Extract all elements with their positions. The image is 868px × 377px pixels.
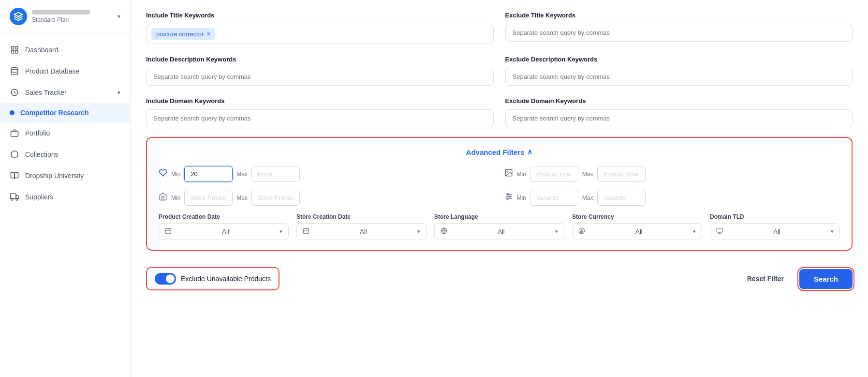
sidebar-item-portfolio[interactable]: Portfolio: [0, 122, 130, 144]
user-chevron: ▾: [118, 13, 120, 20]
calendar-icon-scd: [303, 227, 309, 236]
store-products-max-input[interactable]: [251, 190, 300, 206]
suppliers-icon: [10, 192, 19, 202]
include-title-group: Include Title Keywords posture corrector…: [146, 12, 494, 44]
sidebar-header[interactable]: Standard Plan ▾: [0, 0, 130, 33]
svg-point-11: [507, 171, 508, 172]
price-min-input[interactable]: [184, 166, 233, 182]
domain-icon: [716, 227, 723, 236]
exclude-domain-input[interactable]: [505, 109, 853, 127]
tag-close-icon[interactable]: ×: [206, 30, 210, 37]
product-creation-date-select[interactable]: All ▾: [159, 223, 289, 240]
product-images-icon: [504, 168, 513, 180]
product-creation-date-label: Product Creation Date: [159, 213, 289, 220]
svg-rect-6: [11, 131, 18, 136]
svg-rect-7: [11, 194, 16, 198]
svg-point-17: [506, 198, 508, 199]
sidebar-item-suppliers[interactable]: Suppliers: [0, 186, 130, 208]
domain-tld-value: All: [773, 228, 780, 235]
svg-point-9: [16, 198, 18, 200]
sidebar-item-competitor-research[interactable]: Competitor Research: [0, 103, 130, 122]
svg-rect-0: [11, 46, 14, 49]
svg-point-15: [507, 194, 509, 195]
store-currency-group: Store Currency All ▾: [572, 213, 702, 240]
include-domain-input[interactable]: [146, 109, 494, 127]
advanced-filters-chevron: ∧: [527, 148, 532, 156]
sidebar: Standard Plan ▾ Dashboard Product Datab: [0, 0, 131, 377]
reset-filter-button[interactable]: Reset Filter: [739, 270, 792, 287]
collections-icon: [10, 150, 19, 159]
variants-icon: [504, 192, 513, 203]
variants-min-input[interactable]: [530, 190, 578, 206]
product-images-range-group: Min Max: [504, 166, 840, 182]
exclude-title-input[interactable]: [505, 24, 853, 42]
store-language-select[interactable]: All ▾: [434, 223, 564, 240]
collections-label: Collections: [25, 151, 58, 158]
store-creation-date-value: All: [360, 228, 367, 235]
sidebar-item-collections[interactable]: Collections: [0, 144, 130, 165]
product-creation-date-group: Product Creation Date All ▾: [159, 213, 289, 240]
competitor-research-label: Competitor Research: [20, 109, 89, 117]
sl-chevron: ▾: [555, 228, 558, 235]
store-products-max-label: Max: [236, 195, 248, 201]
globe-icon: [441, 227, 447, 236]
store-products-range-group: Min Max: [159, 190, 495, 206]
include-title-input-wrapper[interactable]: posture corrector ×: [146, 24, 494, 44]
store-language-value: All: [498, 228, 504, 235]
include-domain-group: Include Domain Keywords: [146, 97, 494, 127]
user-info: Standard Plan: [32, 10, 90, 23]
svg-rect-3: [11, 51, 14, 53]
variants-min-label: Min: [517, 195, 526, 201]
exclude-toggle-box: Exclude Unavailable Products: [146, 267, 280, 290]
sidebar-item-product-database[interactable]: Product Database: [0, 60, 130, 82]
store-products-icon: [159, 192, 167, 203]
exclude-desc-input[interactable]: [505, 68, 853, 86]
active-indicator: [10, 110, 15, 115]
store-creation-date-label: Store Creation Date: [296, 213, 427, 220]
product-images-min-input[interactable]: [530, 166, 578, 182]
product-database-icon: [10, 66, 19, 76]
store-products-min-label: Min: [171, 195, 180, 201]
dropdown-row: Product Creation Date All ▾ Store Creati…: [159, 213, 840, 240]
variants-max-label: Max: [582, 195, 593, 201]
sidebar-item-dashboard[interactable]: Dashboard: [0, 39, 130, 60]
main-content: Include Title Keywords posture corrector…: [131, 0, 868, 377]
advanced-filters-box: Advanced Filters ∧ Min Max: [146, 137, 853, 251]
exclude-domain-label: Exclude Domain Keywords: [505, 97, 853, 105]
variants-max-input[interactable]: [597, 190, 646, 206]
store-products-min-input[interactable]: [184, 190, 233, 206]
sales-tracker-icon: [10, 88, 19, 97]
include-desc-input[interactable]: [146, 68, 494, 86]
exclude-label: Exclude Unavailable Products: [181, 275, 271, 283]
include-title-tag[interactable]: posture corrector ×: [151, 28, 215, 40]
dashboard-icon: [10, 45, 19, 55]
store-creation-date-select[interactable]: All ▾: [296, 223, 427, 240]
domain-tld-select[interactable]: All ▾: [710, 223, 840, 240]
sidebar-item-sales-tracker[interactable]: Sales Tracker ▾: [0, 82, 130, 103]
price-range-group: Min Max: [159, 166, 495, 182]
portfolio-label: Portfolio: [25, 129, 50, 137]
sidebar-item-dropship-university[interactable]: Dropship University: [0, 165, 130, 186]
svg-rect-29: [717, 228, 722, 232]
bottom-bar: Exclude Unavailable Products Reset Filte…: [146, 260, 853, 297]
advanced-filters-header[interactable]: Advanced Filters ∧: [159, 148, 840, 156]
product-images-min-label: Min: [517, 171, 526, 178]
user-name: [32, 10, 90, 15]
search-button[interactable]: Search: [799, 269, 853, 289]
sales-tracker-label: Sales Tracker: [25, 89, 67, 96]
store-currency-select[interactable]: All ▾: [572, 223, 702, 240]
sidebar-nav: Dashboard Product Database Sales Tracker…: [0, 33, 130, 377]
store-language-group: Store Language All ▾: [434, 213, 564, 240]
suppliers-label: Suppliers: [25, 193, 53, 201]
store-currency-label: Store Currency: [572, 213, 702, 220]
price-max-input[interactable]: [251, 166, 300, 182]
include-desc-group: Include Description Keywords: [146, 56, 494, 86]
exclude-title-group: Exclude Title Keywords: [505, 12, 853, 44]
exclude-toggle[interactable]: [155, 273, 176, 285]
price-min-label: Min: [171, 171, 180, 178]
domain-tld-label: Domain TLD: [710, 213, 840, 220]
filter-row-2: Min Max Min Max: [159, 190, 840, 206]
price-max-label: Max: [236, 171, 248, 178]
product-images-max-input[interactable]: [597, 166, 646, 182]
currency-icon: [578, 227, 585, 236]
